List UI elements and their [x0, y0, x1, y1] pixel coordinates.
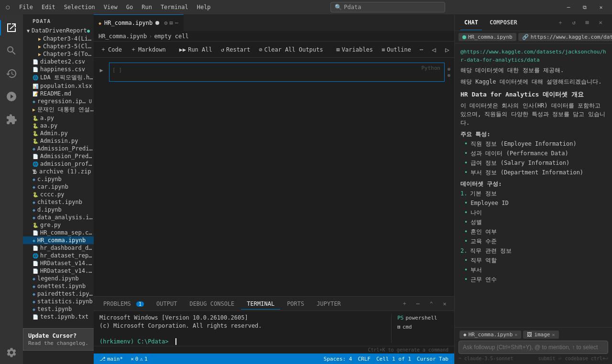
- editor-tab-hr-comma[interactable]: ◆ HR_comma.ipynb ⚙ ⊞ ⋯: [94, 14, 184, 31]
- update-popup-title[interactable]: Update Cursor?: [28, 332, 94, 339]
- panel-add-button[interactable]: ＋: [399, 298, 410, 310]
- restart-button[interactable]: ↺ Restart: [217, 45, 254, 54]
- cell-nav-prev-button[interactable]: ◁: [428, 44, 439, 55]
- menu-go[interactable]: Go: [122, 3, 137, 11]
- panel-tab-problems[interactable]: PROBLEMS 1: [98, 299, 150, 309]
- breadcrumb-cell[interactable]: empty cell: [154, 33, 188, 40]
- outline-button[interactable]: ≡ Outline: [378, 45, 415, 54]
- sidebar-item[interactable]: 📄happiness.csv: [23, 65, 94, 73]
- menu-run[interactable]: Run: [138, 3, 156, 11]
- chat-input[interactable]: [463, 344, 604, 351]
- clear-all-outputs-button[interactable]: ⊘ Clear All Outputs: [255, 45, 327, 54]
- menu-selection[interactable]: Selection: [60, 3, 99, 11]
- menu-edit[interactable]: Edit: [38, 3, 59, 11]
- gear-icon[interactable]: ⚙: [164, 20, 167, 26]
- sidebar-item[interactable]: 🌐admission_profile_report.h...: [23, 160, 94, 168]
- chat-bottom-tab-image[interactable]: 🖼 image ✕: [523, 331, 558, 339]
- sidebar-item[interactable]: 🌐hr_dataset_report.html: [23, 252, 94, 259]
- sidebar-item[interactable]: 🐍cccc.py: [23, 191, 94, 198]
- sidebar-item[interactable]: ◆regression.ipynbU: [23, 97, 94, 105]
- menu-terminal[interactable]: Terminal: [157, 3, 192, 11]
- panel-tab-ports[interactable]: PORTS: [281, 299, 310, 309]
- status-errors[interactable]: ✕ 0 ⚠ 1: [129, 353, 150, 364]
- new-chat-icon[interactable]: ＋: [555, 17, 566, 28]
- sidebar-item[interactable]: 📊population.xlsx: [23, 82, 94, 90]
- restore-button[interactable]: ⧉: [578, 0, 592, 14]
- cell-content[interactable]: [109, 63, 444, 77]
- sidebar-item[interactable]: ◆HR_comma.ipynb: [23, 236, 94, 244]
- update-popup-subtitle[interactable]: Read the changelog.: [28, 340, 94, 346]
- close-icon[interactable]: ✕: [595, 17, 606, 28]
- status-encoding[interactable]: CRLF: [356, 356, 372, 362]
- more-icon[interactable]: ⋯: [175, 20, 178, 26]
- sidebar-item[interactable]: 🐍a.py: [23, 114, 94, 122]
- sidebar-item[interactable]: 📄Admission_Predict.csv: [23, 152, 94, 160]
- split-icon[interactable]: ⊞: [169, 20, 173, 26]
- chat-tab-chat[interactable]: CHAT: [460, 17, 482, 28]
- sidebar-item[interactable]: 📄hr_dashboard_data.csv: [23, 244, 94, 252]
- add-code-button[interactable]: ＋ Code: [97, 44, 126, 55]
- sidebar-item[interactable]: 🐍gre.py: [23, 221, 94, 229]
- sidebar-item[interactable]: ◆Admission_Predict_Ver1.1...: [23, 145, 94, 152]
- panel-tab-output[interactable]: OUTPUT: [151, 299, 183, 309]
- chat-bottom-tab-notebook-close[interactable]: ✕: [514, 332, 517, 337]
- chat-bottom-tab-notebook[interactable]: ◆ HR_comma.ipynb ✕: [459, 331, 521, 339]
- menu-file[interactable]: File: [15, 3, 37, 11]
- activity-source-control[interactable]: [0, 62, 23, 85]
- sidebar-item[interactable]: ▶Chapter3-6(TopicModeli...: [23, 50, 94, 58]
- status-cursor[interactable]: Cursor Tab: [415, 356, 450, 362]
- sidebar-item[interactable]: ◆legend.ipynb: [23, 275, 94, 282]
- sidebar-item[interactable]: 📄HR_comma_sep.csv: [23, 229, 94, 236]
- sidebar-item[interactable]: ▶문재인 대통령 연설문 선...: [23, 105, 94, 114]
- sidebar-item[interactable]: 📄HRDataset_v14.csv: [23, 259, 94, 267]
- variables-button[interactable]: ⊞ Variables: [333, 45, 377, 54]
- activity-settings[interactable]: [0, 341, 23, 364]
- status-branch[interactable]: ⎇ main*: [98, 353, 125, 364]
- activity-extensions[interactable]: [0, 108, 23, 131]
- terminal-prompt-line[interactable]: (hrkimenv) C:\Pdata>: [99, 338, 385, 346]
- sidebar-item[interactable]: ◆onettest.ipynb: [23, 282, 94, 290]
- sidebar-item[interactable]: 🐍Admissin.py: [23, 137, 94, 145]
- panel-more-button[interactable]: ⋯: [412, 298, 424, 310]
- sidebar-item[interactable]: 📄HRDataset_v14.ipynb.txt: [23, 267, 94, 275]
- menu-help[interactable]: Help: [193, 3, 215, 11]
- panel-minimize-button[interactable]: ⌃: [426, 298, 437, 310]
- sidebar-item[interactable]: ◆statistics.ipynb: [23, 298, 94, 305]
- sidebar-root-item[interactable]: ▼ DataDrivenReport ●: [23, 26, 94, 35]
- expand-icon[interactable]: ⊞: [581, 17, 593, 28]
- sidebar-item[interactable]: ◆test.ipynb: [23, 305, 94, 313]
- panel-close-button[interactable]: ✕: [439, 298, 450, 310]
- sidebar-item[interactable]: 🐍aa.py: [23, 122, 94, 129]
- sidebar-item[interactable]: ▶Chapter3-4(Linear_Regre...: [23, 35, 94, 43]
- chat-tab-composer[interactable]: COMPOSER: [486, 17, 521, 28]
- more-toolbar-button[interactable]: ⋯: [416, 45, 427, 54]
- minimize-button[interactable]: ─: [561, 0, 576, 14]
- terminal-tab-cmd[interactable]: ⊞ cmd: [395, 323, 448, 331]
- close-button[interactable]: ✕: [594, 0, 608, 14]
- sidebar-item[interactable]: ◆d.ipynb: [23, 206, 94, 214]
- sidebar-item[interactable]: 📄diabetes2.csv: [23, 58, 94, 65]
- history-icon[interactable]: ↺: [568, 17, 579, 28]
- active-cell[interactable]: [ ] Python: [109, 63, 445, 82]
- status-spaces[interactable]: Spaces: 4: [322, 356, 354, 362]
- sidebar-item[interactable]: ◆pairedttest.ipynb: [23, 290, 94, 298]
- breadcrumb-file[interactable]: HR_comma.ipynb: [98, 33, 147, 40]
- panel-tab-jupyter[interactable]: JUPYTER: [311, 299, 347, 309]
- chat-bottom-tab-image-close[interactable]: ✕: [552, 332, 555, 337]
- sidebar-item[interactable]: 🗜archive (1).zip: [23, 168, 94, 175]
- activity-run-debug[interactable]: [0, 85, 23, 108]
- search-box[interactable]: 🔍 Pdata: [330, 2, 445, 12]
- cell-run-button[interactable]: ▶: [97, 65, 106, 75]
- panel-tab-terminal[interactable]: TERMINAL: [241, 299, 280, 309]
- sidebar-item[interactable]: ◆chitest.ipynb: [23, 198, 94, 206]
- chat-file-tab-url[interactable]: 🔗 https://www.kaggle.com/dataset...: [518, 33, 612, 41]
- sidebar-item[interactable]: 🐍Admin.py: [23, 129, 94, 137]
- sidebar-item[interactable]: ◆c.ipynb: [23, 175, 94, 183]
- sidebar-item[interactable]: ◆data_analysis.ipynb: [23, 214, 94, 221]
- chat-file-tab-notebook[interactable]: HR_comma.ipynb: [459, 33, 516, 41]
- cell-nav-next-button[interactable]: ▷: [441, 44, 453, 55]
- panel-tab-debug-console[interactable]: DEBUG CONSOLE: [184, 299, 240, 309]
- activity-search[interactable]: [0, 39, 23, 62]
- sidebar-item[interactable]: ▶Chapter3-5(Classificatio...: [23, 43, 94, 50]
- sidebar-item[interactable]: 📄test.ipynb.txt: [23, 313, 94, 321]
